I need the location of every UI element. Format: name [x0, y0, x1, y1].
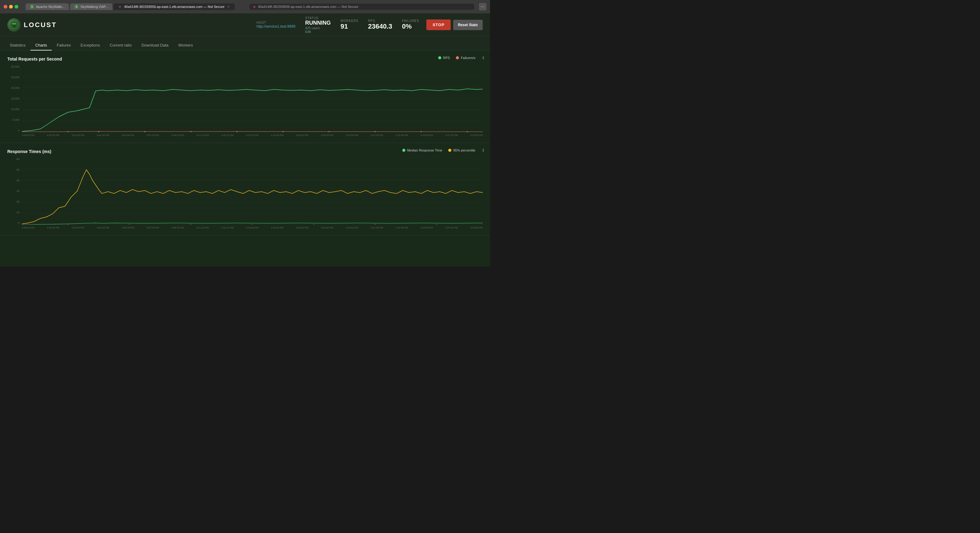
address-bar[interactable]: ⊘ 40a4148f-381559556.ap-east-1.elb.amazo… [250, 4, 474, 10]
main-content: Total Requests per Second RPS Failures/s… [0, 51, 490, 266]
failures-label: FAILURES [402, 19, 419, 22]
svg-point-12 [98, 131, 99, 132]
rps-chart-legend: RPS Failures/s [438, 56, 476, 60]
stop-button[interactable]: STOP [426, 19, 450, 30]
response-chart-inner: 3:59:53 PM 4:01:05 PM 4:02:26 PM 4:04:18… [22, 158, 483, 229]
rps-chart-area: 0 5,000 10,000 15,000 20,000 25,000 30,0… [7, 65, 483, 136]
nav-workers[interactable]: Workers [173, 40, 198, 51]
svg-point-3 [14, 23, 16, 25]
rps-y-axis: 0 5,000 10,000 15,000 20,000 25,000 30,0… [7, 65, 22, 132]
svg-point-30 [190, 224, 192, 225]
response-chart-area: 0 10 20 30 40 50 60 [7, 158, 483, 229]
response-chart-svg [22, 158, 483, 225]
workers-value: 91 [340, 22, 358, 30]
svg-point-15 [236, 131, 237, 132]
nav-charts[interactable]: Charts [30, 40, 52, 51]
nav-bar: Statistics Charts Failures Exceptions Cu… [0, 36, 490, 51]
tab-label-1: Apache SkyWalki... [36, 5, 65, 8]
svg-point-16 [282, 131, 283, 132]
security-icon: ⊘ [253, 5, 256, 8]
rps-legend-failures: Failures/s [456, 56, 476, 60]
rps-x-axis: 3:59:53 PM 4:01:05 PM 4:02:26 PM 4:04:18… [22, 134, 483, 136]
svg-point-34 [436, 224, 438, 225]
browser-tab-skywalking2[interactable]: S SkyWalking OAP... [70, 3, 112, 10]
tab-favicon-1: S [30, 5, 34, 9]
response-y-axis: 0 10 20 30 40 50 60 [7, 158, 22, 225]
svg-point-17 [329, 131, 330, 132]
median-dot [402, 149, 405, 152]
nav-exceptions[interactable]: Exceptions [76, 40, 105, 51]
minimize-window-button[interactable] [9, 5, 13, 8]
workers-stat: WORKERS 91 [340, 19, 358, 30]
nav-download-data[interactable]: Download Data [137, 40, 173, 51]
svg-point-13 [144, 131, 145, 132]
svg-point-19 [420, 131, 422, 132]
host-value[interactable]: http://service1.test:9999 [256, 24, 295, 29]
tab-close-icon[interactable]: ✕ [226, 5, 231, 9]
response-legend-median: Median Response Time [402, 149, 442, 152]
browser-chrome: S Apache SkyWalki... S SkyWalking OAP...… [0, 0, 490, 13]
browser-tab-skywalking1[interactable]: S Apache SkyWalki... [25, 3, 69, 10]
reset-stats-button[interactable]: Reset Stats [453, 20, 483, 30]
header-stats: HOST http://service1.test:9999 STATUS RU… [256, 16, 419, 33]
rps-chart-title: Total Requests per Second [7, 57, 483, 62]
logo-icon [7, 18, 21, 32]
rps-chart-container: Total Requests per Second RPS Failures/s… [0, 51, 490, 143]
response-legend-percentile: 95% percentile [448, 149, 476, 152]
browser-tab-active[interactable]: ⊘ 40a4148f-381559556.ap-east-1.elb.amazo… [114, 3, 235, 10]
logo-text: LOCUST [24, 21, 57, 29]
rps-legend-rps: RPS [438, 56, 450, 60]
browser-tabs: S Apache SkyWalki... S SkyWalking OAP...… [25, 3, 235, 10]
logo-section: LOCUST [7, 18, 57, 32]
status-label: STATUS [305, 16, 331, 20]
locust-logo-svg [10, 21, 18, 29]
failures-stat: FAILURES 0% [402, 19, 419, 30]
status-stat: STATUS RUNNING 425 users Edit [305, 16, 331, 33]
close-window-button[interactable] [4, 5, 7, 8]
workers-label: WORKERS [340, 19, 358, 22]
nav-statistics[interactable]: Statistics [5, 40, 30, 51]
svg-point-20 [467, 131, 468, 132]
rps-chart-download-icon[interactable]: ⬇ [482, 56, 485, 60]
tab-favicon-2: S [74, 5, 79, 9]
rps-legend-rps-label: RPS [443, 56, 450, 60]
svg-point-14 [190, 131, 192, 132]
host-stat: HOST http://service1.test:9999 [256, 21, 295, 29]
tab-label-3: 40a4148f-381559556.ap-east-1.elb.amazona… [124, 5, 224, 8]
fullscreen-window-button[interactable] [14, 5, 18, 8]
response-legend-percentile-label: 95% percentile [453, 149, 476, 152]
extensions-icon[interactable]: ⋯ [479, 3, 486, 10]
tab-label-2: SkyWalking OAP... [80, 5, 108, 8]
response-chart-container: Response Times (ms) Median Response Time… [0, 143, 490, 235]
failures-dot [456, 56, 459, 59]
svg-point-33 [375, 224, 376, 225]
users-value: 425 users [305, 26, 331, 30]
response-x-axis: 3:59:53 PM 4:01:05 PM 4:02:26 PM 4:04:18… [22, 226, 483, 229]
edit-link[interactable]: Edit [305, 30, 331, 33]
rps-value: 23640.3 [368, 22, 393, 30]
percentile-dot [448, 149, 451, 152]
response-chart-legend: Median Response Time 95% percentile [402, 149, 476, 152]
rps-label: RPS [368, 19, 393, 22]
address-text: 40a4148f-381559556.ap-east-1.elb.amazona… [258, 5, 358, 8]
nav-current-ratio[interactable]: Current ratio [105, 40, 137, 51]
svg-point-11 [67, 131, 68, 132]
rps-chart-svg [22, 65, 483, 132]
app-header: LOCUST HOST http://service1.test:9999 ST… [0, 13, 490, 36]
status-value: RUNNING [305, 20, 331, 26]
rps-chart-inner: 3:59:53 PM 4:01:05 PM 4:02:26 PM 4:04:18… [22, 65, 483, 136]
tab-favicon-3: ⊘ [118, 5, 122, 9]
nav-failures[interactable]: Failures [52, 40, 76, 51]
response-legend-median-label: Median Response Time [407, 149, 442, 152]
traffic-lights [4, 5, 18, 8]
response-chart-download-icon[interactable]: ⬇ [482, 148, 485, 153]
rps-legend-failures-label: Failures/s [461, 56, 476, 60]
host-label: HOST [256, 21, 295, 24]
header-buttons: STOP Reset Stats [426, 19, 483, 30]
rps-dot [438, 56, 441, 59]
rps-stat: RPS 23640.3 [368, 19, 393, 30]
svg-point-29 [129, 224, 130, 225]
svg-point-32 [313, 224, 314, 225]
failures-value: 0% [402, 22, 419, 30]
svg-point-2 [12, 23, 14, 25]
